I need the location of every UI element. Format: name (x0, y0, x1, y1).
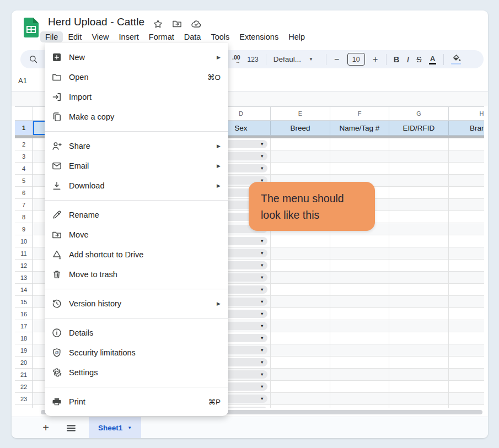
row-header-11[interactable]: 11 (15, 247, 33, 260)
cell-e2[interactable] (271, 138, 330, 150)
dropdown-chip[interactable]: ▼ (223, 249, 267, 257)
dropdown-chip[interactable]: ▼ (223, 358, 267, 366)
dropdown-chip[interactable]: ▼ (223, 310, 267, 318)
header-cell-f1[interactable]: Name/Tag # (330, 121, 389, 136)
cell-h7[interactable] (449, 199, 484, 211)
cell-g18[interactable] (389, 332, 449, 344)
cell-g22[interactable] (389, 381, 449, 393)
cell-e18[interactable] (271, 332, 330, 344)
cell-e15[interactable] (271, 296, 330, 308)
dropdown-chip[interactable]: ▼ (223, 395, 267, 403)
cell-g13[interactable] (389, 272, 449, 284)
cell-f20[interactable] (330, 357, 389, 369)
cell-f22[interactable] (330, 381, 389, 393)
cell-f2[interactable] (330, 138, 389, 150)
cell-g2[interactable] (389, 138, 449, 150)
dropdown-chip[interactable]: ▼ (223, 273, 267, 282)
cell-e17[interactable] (271, 320, 330, 332)
row-header-17[interactable]: 17 (15, 320, 33, 332)
dropdown-chip[interactable]: ▼ (223, 322, 267, 330)
cell-g12[interactable] (389, 260, 449, 272)
row-header-12[interactable]: 12 (15, 260, 33, 272)
cell-f21[interactable] (330, 369, 389, 381)
cell-h12[interactable] (449, 260, 484, 272)
cell-e22[interactable] (271, 381, 330, 393)
cell-g14[interactable] (389, 284, 449, 296)
menu-item-import[interactable]: Import (45, 87, 228, 107)
cell-g19[interactable] (389, 344, 449, 357)
row-header-2[interactable]: 2 (15, 138, 33, 150)
row-header-10[interactable]: 10 (15, 235, 33, 247)
cell-h17[interactable] (449, 320, 484, 332)
cell-g23[interactable] (389, 393, 449, 405)
cell-h10[interactable] (449, 235, 484, 247)
dropdown-chip[interactable]: ▼ (223, 261, 267, 269)
dropdown-chip[interactable]: ▼ (223, 298, 267, 306)
cell-h9[interactable] (449, 223, 484, 235)
menu-item-new[interactable]: New▶ (45, 47, 228, 67)
menu-item-settings[interactable]: Settings (45, 363, 228, 382)
row-header-8[interactable]: 8 (15, 211, 33, 223)
row-header-20[interactable]: 20 (15, 357, 33, 369)
cell-e4[interactable] (271, 163, 330, 175)
decrease-decimal-button[interactable]: .00→ (232, 55, 240, 64)
row-header-3[interactable]: 3 (15, 150, 33, 163)
menu-item-version-history[interactable]: Version history▶ (45, 294, 228, 314)
increase-font-size-button[interactable]: + (372, 55, 379, 64)
dropdown-chip[interactable]: ▼ (223, 334, 267, 342)
menubar-format[interactable]: Format (144, 31, 179, 42)
menu-item-download[interactable]: Download▶ (45, 176, 228, 196)
menu-item-make-a-copy[interactable]: Make a copy (45, 107, 228, 127)
all-sheets-icon[interactable] (65, 422, 78, 435)
menubar-extensions[interactable]: Extensions (234, 31, 283, 42)
cell-g4[interactable] (389, 163, 449, 175)
text-color-button[interactable]: A (429, 55, 437, 64)
menu-item-add-shortcut-to-drive[interactable]: Add shortcut to Drive (45, 245, 228, 265)
cell-h2[interactable] (449, 138, 484, 150)
row-header-14[interactable]: 14 (15, 284, 33, 296)
row-header-1[interactable]: 1 (15, 121, 33, 136)
cell-h23[interactable] (449, 393, 484, 405)
menubar-help[interactable]: Help (283, 31, 310, 42)
cell-f23[interactable] (330, 393, 389, 405)
cell-h19[interactable] (449, 344, 484, 357)
row-header-22[interactable]: 22 (15, 381, 33, 393)
row-header-4[interactable]: 4 (15, 163, 33, 175)
cell-e14[interactable] (271, 284, 330, 296)
menubar-edit[interactable]: Edit (63, 31, 87, 42)
cell-f14[interactable] (330, 284, 389, 296)
row-header-7[interactable]: 7 (15, 199, 33, 211)
strikethrough-button[interactable]: S (416, 55, 421, 64)
cell-g21[interactable] (389, 369, 449, 381)
cell-e10[interactable] (271, 235, 330, 247)
cell-g7[interactable] (389, 199, 449, 211)
cell-f15[interactable] (330, 296, 389, 308)
cell-f4[interactable] (330, 163, 389, 175)
row-header-13[interactable]: 13 (15, 272, 33, 284)
cell-h8[interactable] (449, 211, 484, 223)
dropdown-chip[interactable]: ▼ (223, 140, 267, 148)
cell-f18[interactable] (330, 332, 389, 344)
cell-h11[interactable] (449, 247, 484, 260)
menu-item-move-to-trash[interactable]: Move to trash (45, 265, 228, 284)
menubar-tools[interactable]: Tools (206, 31, 234, 42)
fill-color-button[interactable] (451, 54, 461, 65)
cell-e11[interactable] (271, 247, 330, 260)
cell-g5[interactable] (389, 175, 449, 187)
row-header-16[interactable]: 16 (15, 308, 33, 320)
dropdown-chip[interactable]: ▼ (223, 370, 267, 379)
column-header-f[interactable]: F (330, 106, 389, 121)
cell-e12[interactable] (271, 260, 330, 272)
cell-h5[interactable] (449, 175, 484, 187)
cell-h13[interactable] (449, 272, 484, 284)
cell-h18[interactable] (449, 332, 484, 344)
dropdown-chip[interactable]: ▼ (223, 346, 267, 354)
row-header-6[interactable]: 6 (15, 187, 33, 199)
cell-f16[interactable] (330, 308, 389, 320)
cell-g16[interactable] (389, 308, 449, 320)
cell-e16[interactable] (271, 308, 330, 320)
row-header-18[interactable]: 18 (15, 332, 33, 344)
menubar-insert[interactable]: Insert (114, 31, 144, 42)
menu-item-security-limitations[interactable]: @Security limitations (45, 343, 228, 363)
cell-f3[interactable] (330, 150, 389, 163)
